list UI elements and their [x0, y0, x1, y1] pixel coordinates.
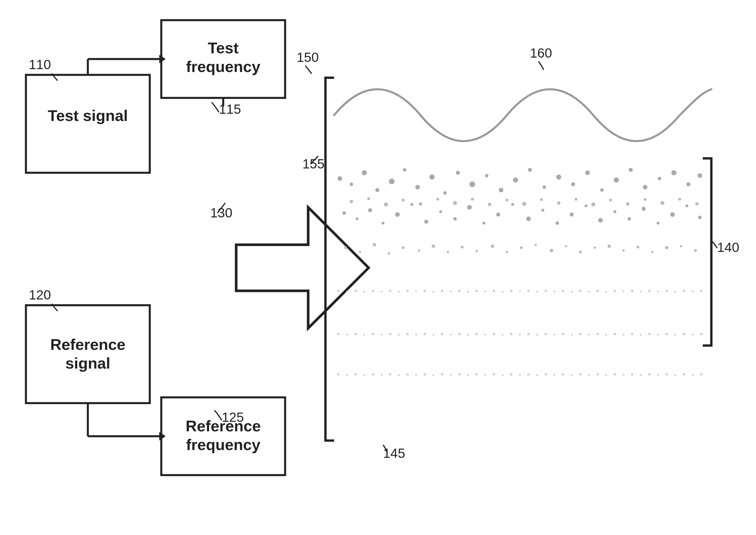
svg-text:Reference: Reference — [50, 336, 125, 353]
svg-point-57 — [555, 221, 559, 225]
svg-point-223 — [367, 197, 370, 200]
svg-point-123 — [597, 290, 599, 292]
ref-150: 150 — [297, 50, 319, 65]
svg-point-132 — [675, 291, 676, 293]
svg-point-146 — [424, 333, 426, 335]
svg-point-114 — [519, 291, 521, 292]
svg-text:signal: signal — [65, 354, 110, 372]
svg-point-241 — [678, 198, 681, 201]
svg-point-209 — [597, 373, 599, 376]
svg-point-51 — [467, 205, 472, 210]
svg-point-230 — [488, 203, 491, 206]
svg-point-72 — [402, 246, 405, 249]
svg-point-172 — [648, 333, 651, 335]
svg-point-28 — [513, 177, 518, 183]
svg-point-229 — [471, 198, 474, 201]
svg-point-128 — [640, 291, 642, 293]
svg-point-118 — [553, 291, 555, 292]
svg-point-151 — [467, 334, 469, 336]
svg-point-131 — [665, 290, 668, 292]
svg-point-149 — [450, 334, 452, 335]
svg-point-103 — [424, 290, 426, 292]
svg-point-147 — [433, 334, 434, 336]
svg-point-73 — [418, 249, 420, 252]
svg-point-163 — [571, 334, 573, 336]
svg-point-179 — [337, 373, 340, 376]
svg-point-91 — [680, 245, 682, 247]
svg-point-157 — [519, 334, 521, 335]
svg-point-185 — [389, 373, 391, 376]
svg-point-150 — [458, 333, 461, 335]
ref-110: 110 — [29, 57, 51, 72]
svg-point-35 — [614, 177, 619, 183]
svg-point-101 — [406, 290, 409, 292]
svg-point-193 — [458, 373, 461, 376]
svg-point-199 — [510, 373, 512, 376]
svg-text:Test: Test — [208, 39, 238, 56]
svg-point-110 — [485, 291, 486, 292]
svg-point-22 — [430, 175, 434, 180]
svg-point-135 — [700, 290, 702, 292]
svg-point-53 — [496, 212, 500, 216]
svg-point-238 — [626, 202, 630, 206]
svg-point-20 — [403, 168, 406, 172]
svg-point-124 — [605, 291, 607, 293]
svg-point-133 — [683, 290, 685, 292]
svg-point-159 — [536, 334, 538, 336]
svg-point-125 — [614, 290, 616, 292]
svg-point-174 — [665, 333, 668, 335]
svg-point-134 — [692, 291, 693, 292]
svg-point-233 — [540, 198, 543, 201]
svg-point-242 — [695, 202, 699, 206]
svg-point-116 — [536, 291, 538, 293]
svg-point-100 — [398, 291, 400, 293]
svg-point-208 — [588, 374, 590, 376]
svg-point-94 — [346, 291, 348, 292]
svg-point-92 — [694, 249, 697, 252]
svg-point-232 — [522, 202, 526, 206]
svg-point-71 — [388, 252, 390, 255]
svg-point-60 — [598, 218, 603, 223]
svg-point-158 — [527, 333, 530, 335]
svg-point-198 — [502, 374, 503, 376]
svg-point-205 — [562, 373, 564, 376]
svg-point-76 — [461, 246, 464, 248]
svg-point-75 — [447, 251, 449, 253]
svg-point-80 — [520, 246, 523, 249]
svg-point-239 — [644, 198, 647, 201]
svg-point-66 — [686, 205, 688, 207]
ref-160: 160 — [530, 45, 552, 61]
svg-point-55 — [526, 216, 531, 221]
svg-point-122 — [588, 291, 590, 292]
svg-point-195 — [475, 373, 478, 376]
svg-point-25 — [469, 182, 475, 187]
svg-point-56 — [542, 209, 544, 211]
svg-point-99 — [389, 290, 391, 292]
svg-point-160 — [545, 333, 547, 335]
svg-point-78 — [491, 244, 494, 248]
svg-point-152 — [475, 333, 478, 335]
svg-point-68 — [344, 246, 347, 249]
svg-point-107 — [458, 290, 461, 292]
svg-point-212 — [623, 374, 624, 376]
svg-point-165 — [588, 334, 590, 335]
svg-point-126 — [623, 291, 624, 292]
svg-point-190 — [433, 374, 434, 376]
svg-point-231 — [505, 199, 508, 202]
svg-point-62 — [628, 217, 631, 221]
svg-point-226 — [419, 202, 422, 206]
svg-point-170 — [631, 333, 633, 335]
svg-point-139 — [363, 334, 365, 336]
svg-point-26 — [485, 174, 489, 177]
svg-point-16 — [350, 183, 353, 186]
svg-point-58 — [570, 212, 574, 216]
svg-point-102 — [415, 291, 417, 292]
svg-point-49 — [439, 210, 442, 213]
svg-point-37 — [643, 185, 647, 189]
svg-point-18 — [375, 188, 379, 192]
svg-point-204 — [553, 374, 555, 376]
svg-point-111 — [493, 290, 495, 292]
svg-point-168 — [614, 333, 616, 335]
svg-point-30 — [543, 185, 546, 189]
svg-point-189 — [424, 373, 426, 376]
